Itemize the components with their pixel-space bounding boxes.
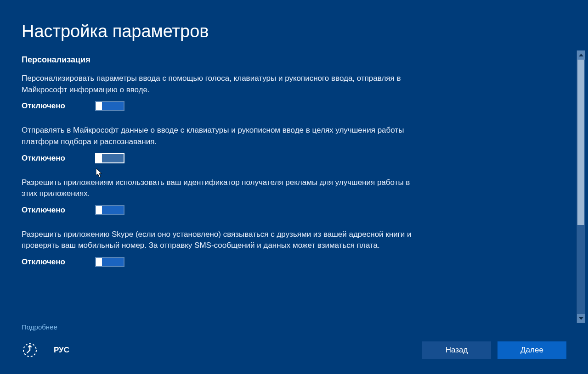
ease-of-access-button[interactable] [22, 342, 38, 358]
ease-of-access-icon [22, 342, 38, 358]
language-indicator[interactable]: РУС [54, 346, 69, 355]
toggle-row: Отключено [22, 257, 417, 267]
chevron-up-icon [579, 54, 583, 56]
setting-advertising-id: Разрешить приложениям использовать ваш и… [22, 177, 417, 215]
scroll-up-button[interactable] [577, 50, 585, 60]
toggle-knob [96, 258, 102, 266]
toggle-knob [96, 102, 102, 110]
setting-skype-contacts: Разрешить приложению Skype (если оно уст… [22, 229, 417, 267]
footer: РУС Назад Далее [3, 340, 585, 371]
toggle-state-label: Отключено [22, 154, 95, 163]
learn-more-link[interactable]: Подробнее [22, 323, 57, 331]
toggle-state-label: Отключено [22, 206, 95, 215]
page-title: Настройка параметров [3, 3, 585, 50]
toggle-switch[interactable] [95, 205, 124, 215]
next-button[interactable]: Далее [498, 341, 566, 359]
setting-desc: Разрешить приложениям использовать ваш и… [22, 177, 417, 200]
settings-content: Персонализация Персонализировать парамет… [3, 50, 577, 323]
toggle-state-label: Отключено [22, 101, 95, 111]
toggle-switch[interactable] [95, 101, 124, 111]
toggle-knob [96, 154, 102, 162]
toggle-row: Отключено [22, 101, 417, 111]
toggle-row: Отключено [22, 205, 417, 215]
setting-input-personalization: Персонализировать параметры ввода с помо… [22, 73, 417, 111]
toggle-knob [96, 206, 102, 214]
toggle-row: Отключено [22, 153, 417, 163]
scroll-down-button[interactable] [577, 314, 585, 323]
scroll-track[interactable] [577, 60, 585, 314]
learn-more-row: Подробнее [3, 323, 585, 340]
toggle-switch[interactable] [95, 257, 124, 267]
toggle-switch[interactable] [95, 153, 124, 163]
setting-desc: Разрешить приложению Skype (если оно уст… [22, 229, 417, 251]
chevron-down-icon [579, 317, 583, 320]
scroll-thumb[interactable] [577, 60, 584, 225]
back-button[interactable]: Назад [422, 341, 491, 359]
vertical-scrollbar[interactable] [577, 50, 585, 323]
oobe-settings-window: Настройка параметров Персонализация Перс… [3, 3, 585, 371]
section-heading-personalization: Персонализация [22, 55, 567, 65]
setting-desc: Персонализировать параметры ввода с помо… [22, 73, 417, 95]
setting-typing-data: Отправлять в Майкрософт данные о вводе с… [22, 125, 417, 163]
toggle-state-label: Отключено [22, 257, 95, 267]
body-row: Персонализация Персонализировать парамет… [3, 50, 585, 323]
setting-desc: Отправлять в Майкрософт данные о вводе с… [22, 125, 417, 147]
